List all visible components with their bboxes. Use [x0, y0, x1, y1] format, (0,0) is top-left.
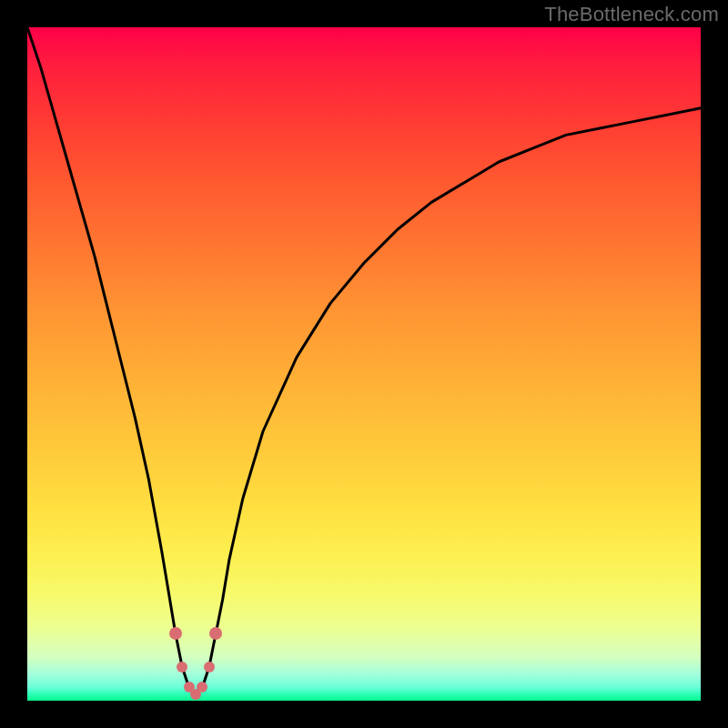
highlight-dot — [204, 662, 215, 672]
attribution-text: TheBottleneck.com — [544, 3, 719, 26]
highlight-dot — [169, 627, 182, 640]
plot-area — [27, 27, 701, 701]
chart-frame: TheBottleneck.com — [0, 0, 728, 728]
bottleneck-curve — [27, 27, 701, 701]
